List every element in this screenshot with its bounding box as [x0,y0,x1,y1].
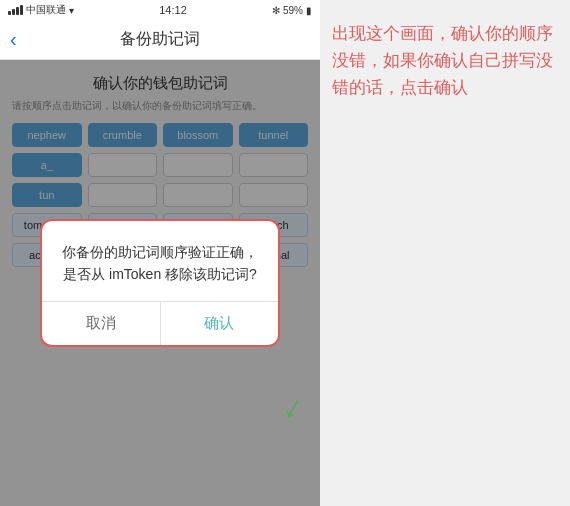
status-bar-right: ✻ 59% ▮ [272,5,312,16]
modal-overlay: 你备份的助记词顺序验证正确，是否从 imToken 移除该助记词? 取消 确认 … [0,60,320,506]
bluetooth-icon: ✻ [272,5,280,16]
status-bar-left: 中国联通 ▾ [8,3,74,17]
status-bar: 中国联通 ▾ 14:12 ✻ 59% ▮ [0,0,320,20]
modal-message: 你备份的助记词顺序验证正确，是否从 imToken 移除该助记词? [58,241,262,286]
arrow-indicator: ↓ [278,387,310,427]
signal-icon [8,5,23,15]
wifi-icon: ▾ [69,5,74,16]
modal-cancel-button[interactable]: 取消 [42,302,161,345]
time-label: 14:12 [159,4,187,16]
phone-frame: 中国联通 ▾ 14:12 ✻ 59% ▮ ‹ 备份助记词 确认你的钱包助记词 请… [0,0,320,506]
modal-dialog: 你备份的助记词顺序验证正确，是否从 imToken 移除该助记词? 取消 确认 [40,219,280,348]
modal-buttons: 取消 确认 [42,301,278,345]
battery-icon: ▮ [306,5,312,16]
nav-title: 备份助记词 [120,29,200,50]
annotation-panel: 出现这个画面，确认你的顺序没错，如果你确认自己拼写没错的话，点击确认 [320,0,570,506]
nav-bar: ‹ 备份助记词 [0,20,320,60]
annotation-text: 出现这个画面，确认你的顺序没错，如果你确认自己拼写没错的话，点击确认 [332,20,558,102]
modal-confirm-button[interactable]: 确认 [161,302,279,345]
main-content: 确认你的钱包助记词 请按顺序点击助记词，以确认你的备份助记词填写正确。 neph… [0,60,320,506]
carrier-label: 中国联通 [26,3,66,17]
battery-label: 59% [283,5,303,16]
back-button[interactable]: ‹ [10,28,17,51]
